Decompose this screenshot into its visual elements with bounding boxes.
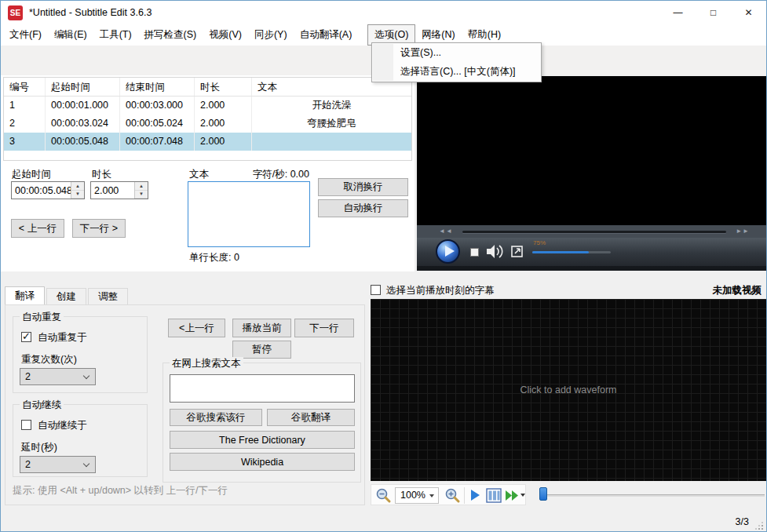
- play-selection-icon[interactable]: [471, 490, 480, 501]
- table-row[interactable]: 2 00:00:03.024 00:00:05.024 2.000 弯腰捡肥皂: [4, 115, 411, 133]
- auto-repeat-checkbox[interactable]: [21, 332, 31, 342]
- app-window: SE *Untitled - Subtitle Edit 3.6.3 — □ ✕…: [0, 0, 767, 532]
- window-title: *Untitled - Subtitle Edit 3.6.3: [29, 7, 152, 18]
- status-bar: 3/3: [1, 511, 766, 532]
- waveform-zoom-combobox[interactable]: 100%: [395, 487, 439, 504]
- cell-duration: 2.000: [195, 133, 252, 151]
- cell-number: 3: [4, 133, 46, 151]
- spin-down-icon[interactable]: ▼: [71, 191, 84, 199]
- auto-break-button[interactable]: 自动换行: [318, 199, 408, 217]
- forward-icon[interactable]: ►►: [736, 228, 750, 235]
- spin-down-icon[interactable]: ▼: [135, 191, 148, 199]
- video-seek-bar[interactable]: ◄◄ ►►: [417, 225, 767, 238]
- rewind-icon[interactable]: ◄◄: [439, 228, 453, 235]
- zoom-out-icon[interactable]: [375, 487, 392, 504]
- waveform-zoom-value: 100%: [400, 490, 426, 501]
- google-search-line-button[interactable]: 谷歌搜索该行: [170, 409, 262, 426]
- web-search-title: 在网上搜索文本: [170, 357, 243, 370]
- pause-button[interactable]: 暂停: [232, 341, 291, 359]
- seek-track[interactable]: [462, 231, 726, 233]
- previous-line-button[interactable]: < 上一行: [11, 219, 64, 238]
- select-current-subtitle-checkbox[interactable]: [371, 285, 381, 295]
- repeat-count-combobox[interactable]: 2: [20, 368, 96, 385]
- subtitle-text-area[interactable]: [188, 181, 310, 247]
- auto-continue-group: 自动继续 自动继续于 延时(秒) 2: [13, 404, 148, 477]
- web-search-group: 在网上搜索文本 谷歌搜索该行 谷歌翻译 The Free Dictionary …: [163, 363, 361, 483]
- start-time-input[interactable]: [12, 182, 71, 199]
- player-bottom-strip: [417, 266, 767, 271]
- google-translate-button[interactable]: 谷歌翻译: [267, 409, 355, 426]
- chevron-down-icon[interactable]: [520, 494, 525, 497]
- table-row[interactable]: 1 00:00:01.000 00:00:03.000 2.000 开始洗澡: [4, 97, 411, 115]
- cell-end: 00:00:03.000: [120, 97, 195, 115]
- wikipedia-button[interactable]: Wikipedia: [170, 453, 355, 471]
- zoom-in-icon[interactable]: [444, 487, 461, 504]
- delay-value: 2: [25, 459, 31, 470]
- col-duration[interactable]: 时长: [195, 78, 252, 96]
- play-current-button[interactable]: 播放当前: [232, 319, 291, 337]
- options-menu-popup: 设置(S)... 选择语言(C)... [中文(简体)]: [371, 42, 542, 82]
- unbreak-button[interactable]: 取消换行: [318, 178, 408, 196]
- cell-end: 00:00:05.024: [120, 115, 195, 133]
- fast-forward-icon[interactable]: [505, 490, 520, 501]
- speaker-icon[interactable]: [486, 244, 505, 259]
- bottom-tabs: 翻译 创建 调整: [5, 286, 130, 304]
- fullscreen-icon[interactable]: [511, 246, 523, 257]
- auto-continue-title: 自动继续: [20, 399, 64, 412]
- waveform-position-slider[interactable]: [542, 494, 765, 497]
- chevron-down-icon: [83, 373, 89, 379]
- spin-up-icon[interactable]: ▲: [135, 182, 148, 191]
- subtitle-table: 编号 起始时间 结束时间 时长 文本 1 00:00:01.000 00:00:…: [3, 77, 412, 161]
- show-columns-icon[interactable]: [486, 488, 502, 503]
- web-search-input[interactable]: [170, 374, 355, 403]
- start-time-stepper[interactable]: ▲▼: [11, 181, 85, 199]
- maximize-button[interactable]: □: [696, 1, 731, 24]
- tab-adjust[interactable]: 调整: [88, 288, 128, 304]
- no-video-label: 未加载视频: [713, 284, 762, 297]
- prev-line-button[interactable]: <上一行: [168, 319, 225, 337]
- cell-text: 开始洗澡: [252, 97, 411, 115]
- menu-tools[interactable]: 工具(T): [93, 24, 138, 46]
- auto-continue-checkbox-label: 自动继续于: [38, 419, 87, 432]
- next-line-button[interactable]: 下一行 >: [72, 219, 126, 238]
- duration-input[interactable]: [91, 182, 134, 199]
- toolbar-separator: [464, 487, 465, 504]
- col-end[interactable]: 结束时间: [120, 78, 195, 96]
- menu-edit[interactable]: 编辑(E): [48, 24, 93, 46]
- auto-continue-checkbox[interactable]: [21, 420, 31, 430]
- spin-up-icon[interactable]: ▲: [71, 182, 84, 191]
- video-control-bar: 75%: [417, 238, 767, 266]
- auto-repeat-checkbox-label: 自动重复于: [38, 331, 87, 344]
- next-line-button[interactable]: 下一行: [294, 319, 354, 337]
- free-dictionary-button[interactable]: The Free Dictionary: [170, 431, 355, 449]
- title-bar: SE *Untitled - Subtitle Edit 3.6.3 — □ ✕: [1, 1, 766, 24]
- close-button[interactable]: ✕: [731, 1, 766, 24]
- tab-translate[interactable]: 翻译: [5, 286, 45, 304]
- waveform-area[interactable]: Click to add waveform: [371, 299, 766, 481]
- play-icon[interactable]: [436, 239, 460, 264]
- resize-grip-icon[interactable]: [755, 522, 763, 530]
- translate-tab-panel: 自动重复 自动重复于 重复次数(次) 2 自动继续 自动继续于 延时(秒) 2 …: [5, 304, 365, 505]
- stop-icon[interactable]: [470, 248, 479, 257]
- menu-video[interactable]: 视频(V): [203, 24, 248, 46]
- menu-spellcheck[interactable]: 拼写检查(S): [138, 24, 203, 46]
- table-row-selected[interactable]: 3 00:00:05.048 00:00:07.048 2.000: [4, 133, 411, 151]
- col-start[interactable]: 起始时间: [46, 78, 120, 96]
- menu-autotranslate[interactable]: 自动翻译(A): [294, 24, 359, 46]
- tab-create[interactable]: 创建: [46, 288, 86, 304]
- menu-item-settings[interactable]: 设置(S)...: [372, 43, 541, 62]
- menu-sync[interactable]: 同步(Y): [248, 24, 294, 46]
- cell-duration: 2.000: [195, 115, 252, 133]
- auto-repeat-group: 自动重复 自动重复于 重复次数(次) 2: [13, 316, 148, 393]
- delay-label: 延时(秒): [21, 441, 57, 454]
- volume-slider[interactable]: [532, 251, 611, 253]
- minimize-button[interactable]: —: [660, 1, 696, 24]
- menu-item-choose-language[interactable]: 选择语言(C)... [中文(简体)]: [372, 62, 541, 81]
- duration-stepper[interactable]: ▲▼: [90, 181, 148, 199]
- single-line-length-label: 单行长度: 0: [189, 251, 239, 264]
- select-current-subtitle-label: 选择当前播放时刻的字幕: [386, 284, 495, 297]
- menu-file[interactable]: 文件(F): [3, 24, 48, 46]
- delay-combobox[interactable]: 2: [20, 456, 96, 473]
- slider-thumb[interactable]: [539, 487, 547, 501]
- col-number[interactable]: 编号: [4, 78, 46, 96]
